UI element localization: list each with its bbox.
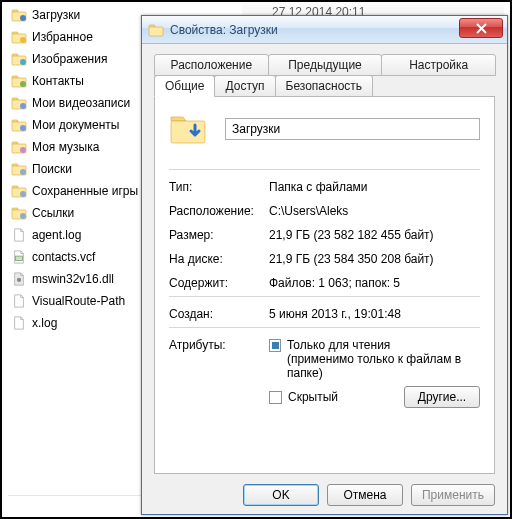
- label-created: Создан:: [169, 307, 269, 321]
- tab-row-primary: ОбщиеДоступБезопасность: [154, 75, 495, 97]
- separator: [169, 327, 480, 328]
- svg-point-26: [20, 191, 26, 197]
- value-size: 21,9 ГБ (23 582 182 455 байт): [269, 228, 480, 242]
- label-location: Расположение:: [169, 204, 269, 218]
- tab-общие[interactable]: Общие: [154, 75, 215, 97]
- close-icon: [476, 23, 487, 34]
- folder-pic-icon: [10, 50, 28, 68]
- folder-search-icon: [10, 160, 28, 178]
- list-item-label: Изображения: [32, 52, 107, 66]
- list-item-label: Моя музыка: [32, 140, 99, 154]
- hidden-checkbox[interactable]: [269, 391, 282, 404]
- value-type: Папка с файлами: [269, 180, 480, 194]
- label-attributes: Атрибуты:: [169, 338, 269, 408]
- cancel-button[interactable]: Отмена: [327, 484, 403, 506]
- tab-доступ[interactable]: Доступ: [214, 75, 275, 97]
- properties-dialog: Свойства: Загрузки РасположениеПредыдущи…: [141, 15, 508, 515]
- value-location: C:\Users\Aleks: [269, 204, 480, 218]
- list-item-label: Поиски: [32, 162, 72, 176]
- list-item-label: Мои видеозаписи: [32, 96, 130, 110]
- list-item-label: Загрузки: [32, 8, 80, 22]
- list-item-label: Сохраненные игры: [32, 184, 138, 198]
- readonly-label: Только для чтения: [287, 338, 480, 352]
- list-item-label: contacts.vcf: [32, 250, 95, 264]
- file-text-icon: [10, 226, 28, 244]
- folder-link-icon: [10, 204, 28, 222]
- other-attributes-button[interactable]: Другие...: [404, 386, 480, 408]
- svg-point-23: [20, 169, 26, 175]
- label-type: Тип:: [169, 180, 269, 194]
- svg-point-2: [20, 15, 26, 21]
- file-dll-icon: [10, 270, 28, 288]
- tab-row-secondary: РасположениеПредыдущие версииНастройка: [154, 54, 495, 76]
- svg-point-20: [20, 147, 26, 153]
- ok-button[interactable]: OK: [243, 484, 319, 506]
- dialog-title: Свойства: Загрузки: [170, 23, 278, 37]
- list-item-label: Контакты: [32, 74, 84, 88]
- separator: [169, 169, 480, 170]
- close-button[interactable]: [459, 18, 503, 38]
- folder-video-icon: [10, 94, 28, 112]
- svg-point-14: [20, 103, 26, 109]
- file-text-icon: [10, 314, 28, 332]
- tab-безопасность[interactable]: Безопасность: [275, 75, 374, 97]
- value-contains: Файлов: 1 063; папок: 5: [269, 276, 480, 290]
- label-contains: Содержит:: [169, 276, 269, 290]
- tab-расположение[interactable]: Расположение: [154, 54, 269, 76]
- label-size-on-disk: На диске:: [169, 252, 269, 266]
- file-text-icon: [10, 292, 28, 310]
- list-item-label: VisualRoute-Path: [32, 294, 125, 308]
- svg-point-5: [20, 37, 26, 43]
- separator: [169, 296, 480, 297]
- folder-doc-icon: [10, 116, 28, 134]
- list-item-label: agent.log: [32, 228, 81, 242]
- tab-general-body: Тип: Папка с файлами Расположение: C:\Us…: [154, 96, 495, 474]
- value-created: 5 июня 2013 г., 19:01:48: [269, 307, 480, 321]
- readonly-sublabel: (применимо только к файлам в папке): [287, 352, 480, 380]
- folder-music-icon: [10, 138, 28, 156]
- readonly-checkbox[interactable]: [269, 339, 281, 352]
- svg-point-31: [17, 278, 21, 282]
- file-vcf-icon: [10, 248, 28, 266]
- list-item-label: Мои документы: [32, 118, 119, 132]
- list-item-label: Ссылки: [32, 206, 74, 220]
- folder-icon: [148, 22, 164, 38]
- apply-button[interactable]: Применить: [411, 484, 495, 506]
- tab-предыдущие версии[interactable]: Предыдущие версии: [268, 54, 383, 76]
- tab-настройка[interactable]: Настройка: [381, 54, 496, 76]
- hidden-label: Скрытый: [288, 390, 338, 404]
- dialog-titlebar[interactable]: Свойства: Загрузки: [142, 16, 507, 44]
- svg-rect-33: [149, 27, 163, 36]
- folder-large-icon: [169, 111, 209, 147]
- folder-down-icon: [10, 6, 28, 24]
- list-item-label: mswin32v16.dll: [32, 272, 114, 286]
- svg-point-8: [20, 59, 26, 65]
- label-size: Размер:: [169, 228, 269, 242]
- folder-game-icon: [10, 182, 28, 200]
- svg-point-17: [20, 125, 26, 131]
- svg-point-29: [20, 213, 26, 219]
- folder-star-icon: [10, 28, 28, 46]
- value-size-on-disk: 21,9 ГБ (23 584 350 208 байт): [269, 252, 480, 266]
- svg-point-11: [20, 81, 26, 87]
- list-item-label: Избранное: [32, 30, 93, 44]
- folder-name-input[interactable]: [225, 118, 480, 140]
- svg-rect-30: [16, 256, 23, 260]
- list-item-label: x.log: [32, 316, 57, 330]
- folder-people-icon: [10, 72, 28, 90]
